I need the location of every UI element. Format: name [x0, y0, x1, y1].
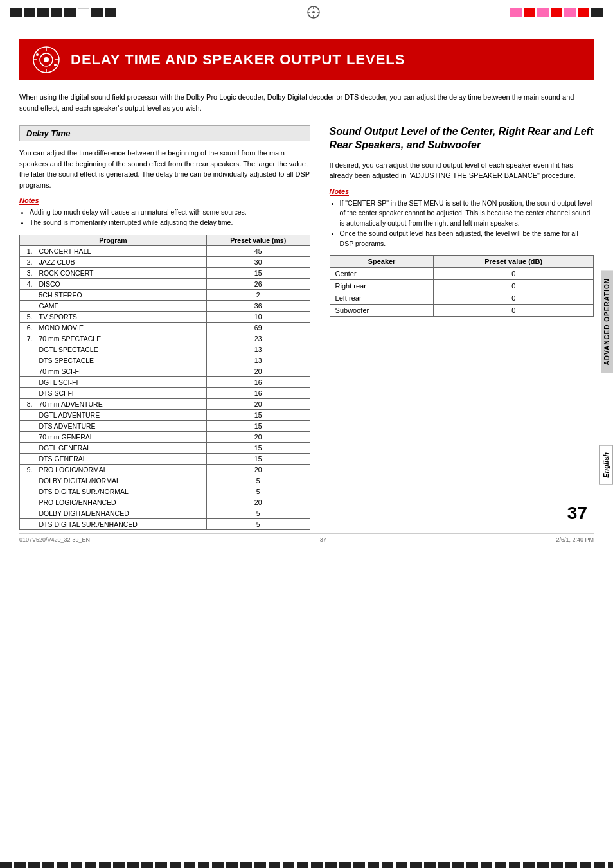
row-number — [20, 289, 35, 300]
red-block — [551, 8, 562, 17]
speaker-table: Speaker Preset value (dB) Center 0 Right… — [330, 255, 594, 317]
table-row: DGTL SCI-FI 16 — [20, 376, 310, 387]
preset-value: 20 — [206, 366, 310, 376]
svg-point-14 — [54, 64, 57, 66]
delay-time-table: Program Preset value (ms) 1. CONCERT HAL… — [19, 235, 310, 530]
program-name: DTS DIGITAL SUR./NORMAL — [35, 486, 207, 497]
table-row: 4. DISCO 26 — [20, 278, 310, 289]
row-number — [20, 486, 35, 497]
preset-value: 20 — [206, 464, 310, 475]
preset-value: 20 — [206, 497, 310, 508]
program-name: 70 mm GENERAL — [35, 431, 207, 442]
program-name: DOLBY DIGITAL/NORMAL — [35, 475, 207, 486]
table-row: DTS ADVENTURE 15 — [20, 420, 310, 431]
row-number — [20, 453, 35, 464]
bottom-bar — [0, 862, 613, 868]
bar-block — [64, 8, 76, 17]
delay-time-heading: Delay Time — [19, 125, 310, 141]
top-bar — [0, 0, 613, 26]
program-name: PRO LOGIC/ENHANCED — [35, 497, 207, 508]
preset-value: 5 — [206, 508, 310, 518]
row-number — [20, 300, 35, 311]
program-name: DGTL ADVENTURE — [35, 409, 207, 420]
preset-value: 15 — [206, 420, 310, 431]
page-content: DELAY TIME AND SPEAKER OUTPUT LEVELS Whe… — [0, 26, 613, 562]
program-name: JAZZ CLUB — [35, 256, 207, 267]
intro-paragraph: When using the digital sound field proce… — [19, 92, 594, 114]
row-number: 9. — [20, 464, 35, 475]
page-number: 37 — [567, 503, 587, 524]
bar-block — [24, 8, 35, 17]
preset-value: 20 — [206, 398, 310, 409]
table-row: DTS SCI-FI 16 — [20, 387, 310, 398]
table-row: 6. MONO MOVIE 69 — [20, 322, 310, 333]
table-row: 8. 70 mm ADVENTURE 20 — [20, 398, 310, 409]
dark-block — [591, 8, 603, 17]
row-number: 8. — [20, 398, 35, 409]
svg-point-13 — [36, 53, 39, 56]
preset-value: 23 — [206, 333, 310, 344]
program-name: PRO LOGIC/NORMAL — [35, 464, 207, 475]
delay-time-body: You can adjust the time difference betwe… — [19, 148, 310, 190]
preset-value: 15 — [206, 409, 310, 420]
bar-block — [51, 8, 62, 17]
row-number — [20, 431, 35, 442]
notes-section-sound: Notes If "CENTER SP" in the SET MENU is … — [330, 188, 594, 249]
preset-value: 30 — [206, 256, 310, 267]
table-row: DGTL ADVENTURE 15 — [20, 409, 310, 420]
row-number — [20, 376, 35, 387]
speaker-name: Right rear — [330, 280, 434, 292]
speaker-settings-icon — [32, 46, 60, 74]
svg-point-8 — [44, 57, 49, 62]
advanced-operation-tab: ADVANCED OPERATION — [601, 270, 613, 373]
bar-block-white — [78, 8, 89, 17]
table-row: 5CH STEREO 2 — [20, 289, 310, 300]
row-number — [20, 508, 35, 518]
table-col-program: Program — [20, 235, 207, 245]
preset-value: 26 — [206, 278, 310, 289]
page-header: DELAY TIME AND SPEAKER OUTPUT LEVELS — [19, 39, 594, 80]
program-name: DTS GENERAL — [35, 453, 207, 464]
preset-value: 20 — [206, 431, 310, 442]
program-name: DISCO — [35, 278, 207, 289]
row-number — [20, 442, 35, 453]
notes-label-delay: Notes — [19, 197, 39, 205]
bar-block — [10, 8, 22, 17]
note-item-sound-2: Once the sound output level has been adj… — [340, 229, 594, 249]
program-name: 5CH STEREO — [35, 289, 207, 300]
row-number — [20, 497, 35, 508]
speaker-name: Center — [330, 268, 434, 280]
table-row: DTS DIGITAL SUR./ENHANCED 5 — [20, 518, 310, 529]
row-number: 3. — [20, 267, 35, 278]
preset-value: 2 — [206, 289, 310, 300]
row-number: 2. — [20, 256, 35, 267]
pink-block — [510, 8, 522, 17]
table-row: 2. JAZZ CLUB 30 — [20, 256, 310, 267]
table-row: DOLBY DIGITAL/NORMAL 5 — [20, 475, 310, 486]
preset-value: 5 — [206, 518, 310, 529]
row-number: 5. — [20, 311, 35, 322]
preset-value: 5 — [206, 486, 310, 497]
table-row: Center 0 — [330, 268, 593, 280]
table-row: 70 mm SCI-FI 20 — [20, 366, 310, 376]
bar-block — [105, 8, 116, 17]
program-name: 70 mm ADVENTURE — [35, 398, 207, 409]
top-bar-right-blocks — [510, 8, 603, 17]
pink-block — [564, 8, 576, 17]
table-row: DTS GENERAL 15 — [20, 453, 310, 464]
table-row: DTS SPECTACLE 13 — [20, 355, 310, 366]
top-bar-left-blocks — [10, 8, 116, 17]
footer-left: 0107V520/V420_32-39_EN — [19, 536, 90, 543]
program-name: DOLBY DIGITAL/ENHANCED — [35, 508, 207, 518]
notes-label-sound: Notes — [330, 188, 350, 196]
table-col-preset: Preset value (ms) — [206, 235, 310, 245]
table-row: GAME 36 — [20, 300, 310, 311]
program-name: DTS SPECTACLE — [35, 355, 207, 366]
sound-output-heading: Sound Output Level of the Center, Right … — [330, 125, 594, 152]
table-row: DOLBY DIGITAL/ENHANCED 5 — [20, 508, 310, 518]
table-row: DGTL SPECTACLE 13 — [20, 344, 310, 355]
row-number — [20, 518, 35, 529]
preset-value: 13 — [206, 344, 310, 355]
row-number — [20, 344, 35, 355]
bar-block — [37, 8, 49, 17]
